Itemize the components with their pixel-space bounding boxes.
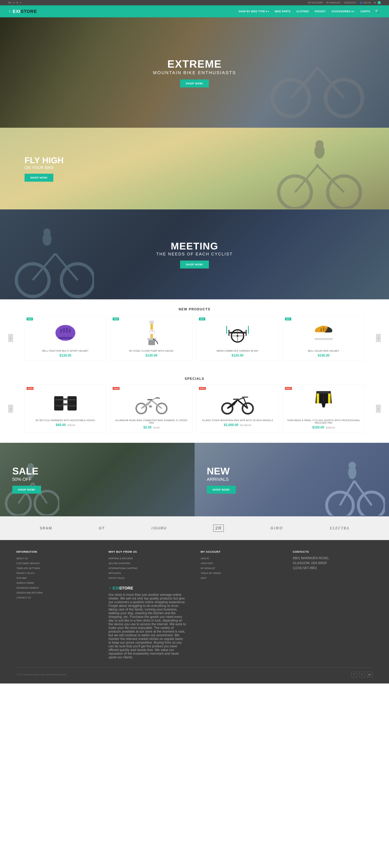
footer-customer-service[interactable]: CUSTOMER SERVICE <box>17 562 40 564</box>
hero1-title: EXTREME <box>153 58 236 70</box>
product-price: $1,000.00 <box>224 423 238 427</box>
promo-new-btn[interactable]: SHOP NOW! <box>207 486 236 494</box>
hero3-subtitle: THE NEEDS OF EACH CYCLIST <box>156 252 233 256</box>
top-bar-right: MY ACCOUNT MY WISHLIST CHECKOUT 👤 LOG IN… <box>308 1 381 4</box>
footer-privacy-policy[interactable]: PRIVACY POLICY <box>17 572 35 575</box>
hero-banner-2: FLY HIGH ON YOUR BIKE SHOP NOW! <box>0 128 389 210</box>
svg-rect-20 <box>58 337 72 339</box>
carousel-next-btn[interactable]: › <box>376 334 381 342</box>
footer-intl-shipping[interactable]: INTERNATIONAL SHIPPING <box>109 567 138 569</box>
footer-columns: INFORMATION ABOUT US CUSTOMER SERVICE TE… <box>17 550 372 659</box>
hero2-title: FLY HIGH <box>25 155 64 165</box>
footer-shipping[interactable]: SHIPPING & RETURNS <box>109 557 133 560</box>
svg-rect-24 <box>66 328 68 333</box>
product-price-old: $180.00 <box>326 426 335 429</box>
footer-sign-in[interactable]: SIGN IN <box>201 557 209 560</box>
promo-sale-btn[interactable]: SHOP NOW! <box>12 486 41 494</box>
checkout-link[interactable]: CHECKOUT <box>344 1 357 4</box>
svg-rect-43 <box>321 328 322 332</box>
svg-point-12 <box>316 140 324 148</box>
svg-point-18 <box>43 228 51 236</box>
nav-pocket[interactable]: POCKET <box>312 8 328 14</box>
product-badge: NEW <box>113 317 119 320</box>
logo[interactable]: ♀ EXISTORE <box>8 9 37 14</box>
footer-view-cart[interactable]: VIEW CART <box>201 562 213 564</box>
social-googleplus[interactable]: g+ <box>367 672 372 677</box>
svg-line-15 <box>33 254 55 280</box>
brand-sram: SRAM <box>40 526 52 530</box>
product-price-old: $1,200.00 <box>240 424 251 427</box>
product-name: BELL FRACTION MULTI-SPORT HELMET <box>28 350 103 352</box>
cart-wrap[interactable]: 🛒 0 <box>374 1 381 4</box>
nav-lights[interactable]: LIGHTS <box>358 8 372 14</box>
footer-site-map[interactable]: SITE MAP <box>17 577 27 579</box>
footer-logo: ♀ EXISTORE <box>109 586 188 591</box>
svg-rect-61 <box>147 399 152 400</box>
svg-rect-72 <box>242 397 248 398</box>
footer-search-terms[interactable]: SEARCH TERMS <box>17 582 34 584</box>
cart-icon: 🛒 <box>374 1 377 4</box>
footer-contacts: CONTACTS 8901 MARMORA ROAD, GLASGOW, D04… <box>293 550 372 659</box>
social-twitter[interactable]: t <box>359 672 365 677</box>
login-link[interactable]: 👤 LOG IN <box>360 1 370 4</box>
nav-clothes[interactable]: CLOTHES <box>294 8 311 14</box>
hero3-shop-btn[interactable]: SHOP NOW! <box>180 260 209 269</box>
product-name: BV STEEL FLOOR PUMP WITH GAUGE <box>114 350 189 352</box>
footer-col2-list: SHIPPING & RETURNS SECURE SHOPPING INTER… <box>109 556 188 580</box>
footer-orders-returns[interactable]: ORDERS AND RETURNS <box>17 592 43 594</box>
footer-group-sales[interactable]: GROUP SALES <box>109 577 125 579</box>
specials-carousel-next-btn[interactable]: › <box>376 405 381 413</box>
specials-carousel-prev-btn[interactable]: ‹ <box>8 405 13 413</box>
footer-logo-icon: ♀ <box>109 586 112 591</box>
promo-row: SALE 50% OFF SHOP NOW! NEW ARRIVALS SHOP… <box>0 443 389 516</box>
nav-bike-parts[interactable]: BIKE PARTS <box>272 8 293 14</box>
product-price: $2.00 <box>143 426 151 429</box>
social-facebook[interactable]: f <box>351 672 357 677</box>
specials-title: SPECIALS <box>8 369 381 385</box>
product-image <box>286 388 361 416</box>
carousel-prev-btn[interactable]: ‹ <box>8 334 13 342</box>
product-price-wrap: $1,000.00 $1,200.00 <box>200 423 275 427</box>
new-products-title: NEW PRODUCTS <box>8 299 381 315</box>
language-selector[interactable]: EN <box>8 1 11 4</box>
special-card: SALE BV BICYCLE PANNIERS WITH ADJUSTABLE <box>24 385 106 433</box>
footer-track-order[interactable]: TRACK MY ORDER <box>201 572 221 575</box>
hero1-shop-btn[interactable]: SHOP NOW! <box>180 80 209 88</box>
nav-shop-by-bike-type[interactable]: SHOP BY BIKE TYPE ▾ <box>236 8 271 14</box>
product-name: BELL SOLAR BIKE HELMET <box>286 350 361 352</box>
promo-sale-content: SALE 50% OFF SHOP NOW! <box>12 465 41 494</box>
footer-contact-us[interactable]: CONTACT US <box>17 596 31 599</box>
brand-guru: //GURU <box>151 526 167 530</box>
footer-template-settings[interactable]: TEMPLATE SETTINGS <box>17 567 40 569</box>
svg-rect-52 <box>55 405 62 406</box>
footer-address1: 8901 MARMORA ROAD, <box>293 556 329 560</box>
footer-bottom: © 2015 Magento Demo Store. All Rights Re… <box>17 668 372 677</box>
search-icon[interactable]: 🔍 <box>373 8 381 15</box>
product-image <box>28 318 103 347</box>
footer-advanced-search[interactable]: ADVANCED SEARCH <box>17 587 39 589</box>
promo-new-title: NEW <box>207 465 236 477</box>
svg-rect-42 <box>315 338 333 340</box>
svg-rect-34 <box>245 330 247 336</box>
svg-rect-28 <box>148 340 155 345</box>
product-badge: NEW <box>199 317 205 320</box>
promo-sale: SALE 50% OFF SHOP NOW! <box>0 443 194 516</box>
currency-selector[interactable]: $ <box>17 1 18 4</box>
product-badge: NEW <box>285 317 291 320</box>
promo-sale-subtitle: 50% OFF <box>12 477 41 482</box>
footer-help[interactable]: HELP <box>201 577 207 579</box>
footer-affiliates[interactable]: AFFILIATES <box>109 572 121 575</box>
svg-rect-76 <box>317 391 331 394</box>
my-account-link[interactable]: MY ACCOUNT <box>308 1 323 4</box>
footer-secure-shopping[interactable]: SECURE SHOPPING <box>109 562 130 564</box>
svg-point-10 <box>316 164 319 167</box>
brands-section: SRAM GT //GURU 2R GIRO Electra <box>0 516 389 540</box>
my-wishlist-link[interactable]: MY WISHLIST <box>326 1 341 4</box>
footer-my-wishlist[interactable]: MY WISHLIST <box>201 567 215 569</box>
footer-about-us[interactable]: ABOUT US <box>17 557 28 560</box>
svg-rect-53 <box>68 405 76 406</box>
hero2-shop-btn[interactable]: SHOP NOW! <box>25 174 53 182</box>
svg-rect-40 <box>248 326 249 334</box>
nav-accessories[interactable]: ACCESSORIES ▾ <box>329 8 357 14</box>
product-price: $130.00 <box>28 354 103 358</box>
